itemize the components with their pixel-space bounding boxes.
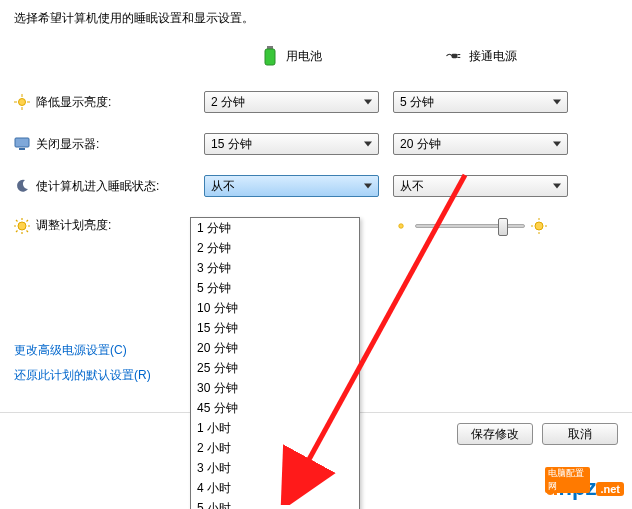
monitor-off-icon: [14, 136, 30, 152]
dropdown-option[interactable]: 45 分钟: [191, 398, 359, 418]
page-description: 选择希望计算机使用的睡眠设置和显示设置。: [14, 10, 618, 27]
svg-line-19: [16, 230, 18, 232]
svg-line-18: [27, 230, 29, 232]
battery-icon: [262, 48, 278, 64]
sun-small-icon: [393, 218, 409, 234]
save-button[interactable]: 保存修改: [457, 423, 533, 445]
dropdown-option[interactable]: 15 分钟: [191, 318, 359, 338]
label-sleep: 使计算机进入睡眠状态:: [36, 178, 159, 195]
dropdown-option[interactable]: 3 小时: [191, 458, 359, 478]
svg-rect-11: [19, 148, 25, 150]
cancel-button[interactable]: 取消: [542, 423, 618, 445]
svg-point-21: [399, 223, 404, 228]
dropdown-option[interactable]: 10 分钟: [191, 298, 359, 318]
svg-rect-2: [451, 54, 457, 58]
dropdown-option[interactable]: 5 分钟: [191, 278, 359, 298]
brightness-track[interactable]: [415, 224, 525, 228]
combo-sleep-battery[interactable]: 从不: [204, 175, 379, 197]
svg-rect-10: [15, 138, 29, 147]
combo-dim-battery[interactable]: 2 分钟: [204, 91, 379, 113]
svg-point-12: [18, 222, 26, 230]
sleep-battery-dropdown[interactable]: 1 分钟2 分钟3 分钟5 分钟10 分钟15 分钟20 分钟25 分钟30 分…: [190, 217, 360, 509]
sun-brightness-icon: [14, 218, 30, 234]
column-header-plugged: 接通电源: [393, 41, 568, 71]
label-brightness: 调整计划亮度:: [36, 217, 111, 234]
dropdown-option[interactable]: 1 小时: [191, 418, 359, 438]
combo-off-plugged[interactable]: 20 分钟: [393, 133, 568, 155]
brightness-thumb[interactable]: [498, 218, 508, 236]
svg-line-17: [16, 220, 18, 222]
dropdown-option[interactable]: 1 分钟: [191, 218, 359, 238]
svg-point-5: [19, 99, 26, 106]
combo-sleep-plugged[interactable]: 从不: [393, 175, 568, 197]
dropdown-option[interactable]: 2 分钟: [191, 238, 359, 258]
moon-sleep-icon: [14, 178, 30, 194]
combo-off-battery[interactable]: 15 分钟: [204, 133, 379, 155]
brightness-slider-plugged[interactable]: [393, 218, 568, 234]
svg-point-22: [535, 222, 543, 230]
dropdown-option[interactable]: 5 小时: [191, 498, 359, 509]
dropdown-option[interactable]: 3 分钟: [191, 258, 359, 278]
dropdown-option[interactable]: 25 分钟: [191, 358, 359, 378]
watermark: 电脑配置网 dnpz.net: [545, 475, 624, 501]
sun-large-icon: [531, 218, 547, 234]
sun-dim-icon: [14, 94, 30, 110]
label-dim: 降低显示亮度:: [36, 94, 111, 111]
column-header-battery: 用电池: [204, 41, 379, 71]
dropdown-option[interactable]: 30 分钟: [191, 378, 359, 398]
plug-icon: [445, 48, 461, 64]
label-off: 关闭显示器:: [36, 136, 99, 153]
svg-line-20: [27, 220, 29, 222]
dropdown-option[interactable]: 20 分钟: [191, 338, 359, 358]
combo-dim-plugged[interactable]: 5 分钟: [393, 91, 568, 113]
dropdown-option[interactable]: 4 小时: [191, 478, 359, 498]
svg-rect-1: [265, 49, 275, 65]
dropdown-option[interactable]: 2 小时: [191, 438, 359, 458]
